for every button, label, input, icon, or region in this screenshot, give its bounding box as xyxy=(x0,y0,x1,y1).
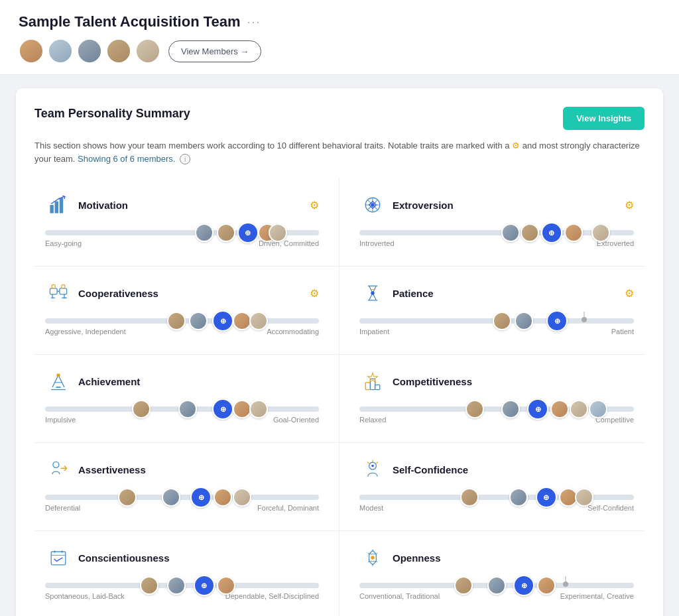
trait-slider: ⊕ Spontaneous, Laid-Back Dependable, Sel… xyxy=(45,583,319,600)
trait-right-label: Self-Confident xyxy=(587,504,634,512)
card-header: Team Personality Summary View Insights xyxy=(34,107,645,130)
member-avatar xyxy=(167,576,186,595)
svg-rect-11 xyxy=(365,383,370,390)
view-insights-button[interactable]: View Insights xyxy=(563,107,645,130)
svg-point-4 xyxy=(371,203,374,206)
avatar xyxy=(135,38,160,64)
motivation-icon xyxy=(45,192,72,218)
member-avatar xyxy=(217,576,235,595)
member-avatar xyxy=(465,400,484,418)
svg-point-9 xyxy=(371,291,374,294)
member-avatar xyxy=(487,576,506,595)
svg-point-17 xyxy=(371,465,374,467)
notable-badge: ⚙ xyxy=(625,199,634,212)
trait-title-group: Assertiveness xyxy=(45,456,146,483)
svg-rect-5 xyxy=(50,288,57,294)
notable-badge: ⚙ xyxy=(310,287,319,300)
member-avatar xyxy=(454,576,473,595)
member-avatar xyxy=(269,223,287,242)
trait-name: Achievement xyxy=(78,376,140,387)
svg-rect-6 xyxy=(60,288,67,294)
trait-name: Cooperativeness xyxy=(78,288,158,299)
traits-grid: Motivation ⚙ ⊕ Easy-going Driven, Commit… xyxy=(34,178,645,616)
conscientiousness-icon xyxy=(45,544,72,571)
trait-labels: Modest Self-Confident xyxy=(359,504,634,512)
trait-cell-assertiveness: Assertiveness ⊕ Deferential Forceful, Do… xyxy=(34,443,340,531)
trait-left-label: Impulsive xyxy=(45,416,76,424)
member-avatar xyxy=(559,488,578,507)
trait-labels: Introverted Extroverted xyxy=(359,239,634,247)
member-avatar xyxy=(591,223,610,242)
trait-cell-conscientiousness: Conscientiousness ⊕ Spontaneous, Laid-Ba… xyxy=(34,531,340,616)
svg-rect-2 xyxy=(60,198,63,213)
trait-track: ⊕ xyxy=(359,495,634,500)
trait-title-group: Openness xyxy=(359,544,441,571)
trait-left-label: Modest xyxy=(359,504,383,512)
trait-track: ⊕ xyxy=(359,230,634,235)
trait-header: Motivation ⚙ xyxy=(45,192,319,218)
member-avatar xyxy=(460,488,479,507)
personality-summary-card: Team Personality Summary View Insights T… xyxy=(16,88,663,616)
notable-badge: ⚙ xyxy=(310,199,319,212)
group-avatar: ⊕ xyxy=(212,310,233,332)
member-avatar xyxy=(493,312,511,330)
trait-title-group: Conscientiousness xyxy=(45,544,170,571)
member-avatar xyxy=(233,488,251,507)
trait-name: Assertiveness xyxy=(78,464,146,475)
trait-right-label: Forceful, Dominant xyxy=(257,504,319,512)
trait-right-label: Goal-Oriented xyxy=(273,416,319,424)
trait-header: Achievement xyxy=(45,368,319,395)
trait-cell-extroversion: Extroversion ⚙ ⊕ Introverted Extroverted xyxy=(340,178,645,267)
trait-cell-openness: Openness ⊕ Conventional, Traditional Exp… xyxy=(340,531,645,616)
svg-point-19 xyxy=(371,556,374,559)
member-avatar xyxy=(501,400,520,418)
member-avatar xyxy=(140,576,158,595)
svg-point-8 xyxy=(62,284,65,288)
trait-left-label: Spontaneous, Laid-Back xyxy=(45,592,125,600)
trait-left-label: Easy-going xyxy=(45,239,82,247)
trait-header: Extroversion ⚙ xyxy=(359,192,634,218)
trait-left-label: Relaxed xyxy=(359,416,386,424)
svg-marker-14 xyxy=(368,373,377,382)
trait-left-label: Impatient xyxy=(359,328,389,336)
avatar xyxy=(77,38,102,64)
member-avatar xyxy=(118,488,137,507)
member-avatar xyxy=(521,223,539,242)
trait-slider: ⊕ Aggressive, Independent Accommodating xyxy=(45,318,319,336)
trait-labels: Aggressive, Independent Accommodating xyxy=(45,328,319,336)
trait-title-group: Competitiveness xyxy=(359,368,472,395)
view-members-button[interactable]: View Members → xyxy=(168,40,261,62)
trait-header: Cooperativeness ⚙ xyxy=(45,280,319,306)
member-avatar xyxy=(564,223,583,242)
group-avatar: ⊕ xyxy=(527,399,548,420)
selfconfidence-icon xyxy=(359,456,386,483)
trait-title-group: Achievement xyxy=(45,368,140,395)
achievement-icon xyxy=(45,368,72,395)
trait-title-group: Patience xyxy=(359,280,434,306)
cooperativeness-icon xyxy=(45,280,72,306)
openness-icon xyxy=(359,544,386,571)
trait-name: Conscientiousness xyxy=(78,552,170,564)
info-icon[interactable]: i xyxy=(180,154,190,164)
patience-icon xyxy=(359,280,386,306)
svg-rect-1 xyxy=(55,202,58,214)
more-options-icon[interactable]: ··· xyxy=(247,15,261,29)
trait-title-group: Extroversion xyxy=(359,192,454,218)
trait-right-label: Patient xyxy=(611,328,634,336)
trait-name: Competitiveness xyxy=(393,376,472,387)
trait-slider: ⊕ Impatient Patient xyxy=(359,318,634,336)
member-avatar xyxy=(589,400,607,418)
member-avatar xyxy=(162,488,180,507)
member-avatar xyxy=(509,488,528,507)
member-avatar xyxy=(249,400,268,418)
trait-left-label: Deferential xyxy=(45,504,80,512)
svg-rect-13 xyxy=(375,385,380,389)
member-avatar xyxy=(515,312,533,330)
trait-name: Openness xyxy=(393,552,441,564)
trait-cell-competitiveness: Competitiveness ⊕ Relaxed Competitive xyxy=(340,355,645,443)
group-avatar: ⊕ xyxy=(536,487,557,508)
member-avatar xyxy=(214,488,232,507)
trait-left-label: Aggressive, Independent xyxy=(45,328,126,336)
trait-cell-patience: Patience ⚙ ⊕ Impatient Patient xyxy=(340,267,645,355)
svg-point-10 xyxy=(56,373,60,377)
